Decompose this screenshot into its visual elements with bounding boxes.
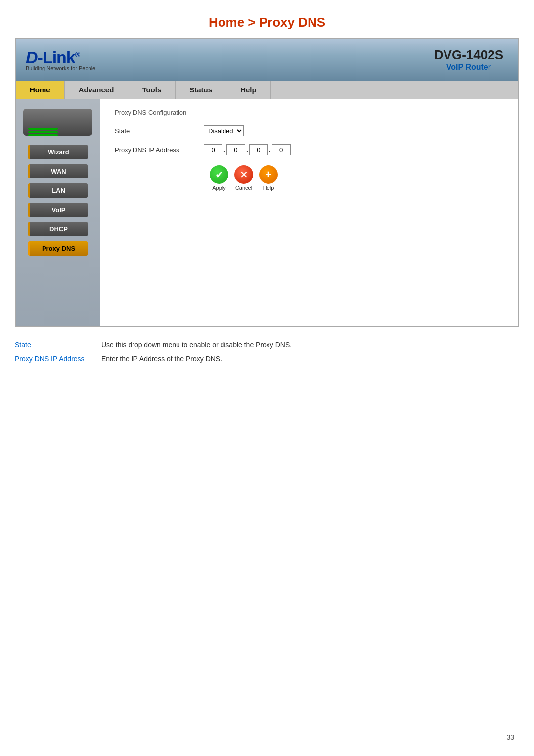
ip-octet-1[interactable] [204, 144, 222, 155]
ip-row: Proxy DNS IP Address . . . [115, 144, 503, 155]
help-label: Help [263, 185, 274, 191]
ip-label: Proxy DNS IP Address [115, 146, 204, 154]
ip-dot-2: . [246, 146, 248, 154]
nav-bar: Home Advanced Tools Status Help [16, 81, 518, 99]
help-section: State Use this drop down menu to enable … [15, 340, 519, 364]
help-term-state: State [15, 340, 101, 350]
ip-octet-2[interactable] [226, 144, 245, 155]
ip-octet-4[interactable] [272, 144, 291, 155]
content-area: Proxy DNS Configuration State Disabled E… [100, 99, 518, 326]
ip-octet-3[interactable] [249, 144, 268, 155]
page-number: 33 [506, 733, 514, 741]
router-panel: D-Link® Building Networks for People DVG… [15, 38, 519, 327]
help-desc-state: Use this drop down menu to enable or dis… [101, 340, 292, 350]
device-image [23, 109, 92, 136]
help-term-ip: Proxy DNS IP Address [15, 354, 101, 364]
panel-body: Wizard WAN LAN VoIP DHCP Proxy DNS Proxy… [16, 99, 518, 326]
cancel-icon: ✕ [240, 169, 248, 180]
nav-tools[interactable]: Tools [128, 81, 176, 99]
nav-advanced[interactable]: Advanced [65, 81, 129, 99]
state-select[interactable]: Disabled Enabled [204, 125, 244, 136]
help-icon: + [266, 168, 272, 181]
nav-status[interactable]: Status [176, 81, 226, 99]
state-row: State Disabled Enabled [115, 125, 503, 136]
cancel-group: ✕ Cancel [234, 165, 253, 191]
logo-tagline: Building Networks for People [26, 65, 95, 71]
help-group: + Help [259, 165, 278, 191]
sidebar-btn-proxydns[interactable]: Proxy DNS [28, 241, 88, 256]
ip-dot-1: . [223, 146, 225, 154]
device-info: DVG-1402S VoIP Router [434, 47, 503, 72]
ip-input: . . . [204, 144, 291, 155]
state-control: Disabled Enabled [204, 125, 244, 136]
page-title: Home > Proxy DNS [0, 0, 534, 38]
section-title: Proxy DNS Configuration [115, 109, 503, 116]
logo-text: D-Link® [26, 48, 95, 67]
apply-button[interactable]: ✔ [210, 165, 228, 184]
ip-dot-3: . [269, 146, 271, 154]
state-label: State [115, 127, 204, 134]
device-model: DVG-1402S [434, 47, 503, 63]
apply-label: Apply [212, 185, 226, 191]
dlink-logo: D-Link® Building Networks for People [26, 48, 95, 71]
nav-home[interactable]: Home [16, 81, 65, 99]
sidebar-btn-wizard[interactable]: Wizard [28, 145, 88, 159]
sidebar-btn-voip[interactable]: VoIP [28, 203, 88, 217]
help-row-state: State Use this drop down menu to enable … [15, 340, 519, 350]
sidebar-btn-lan[interactable]: LAN [28, 183, 88, 198]
apply-group: ✔ Apply [210, 165, 228, 191]
sidebar-btn-wan[interactable]: WAN [28, 164, 88, 178]
cancel-label: Cancel [235, 185, 252, 191]
cancel-button[interactable]: ✕ [234, 165, 253, 184]
sidebar: Wizard WAN LAN VoIP DHCP Proxy DNS [16, 99, 100, 326]
device-type: VoIP Router [434, 63, 503, 72]
help-button[interactable]: + [259, 165, 278, 184]
help-row-ip: Proxy DNS IP Address Enter the IP Addres… [15, 354, 519, 364]
help-desc-ip: Enter the IP Address of the Proxy DNS. [101, 354, 222, 364]
nav-help[interactable]: Help [226, 81, 271, 99]
panel-header: D-Link® Building Networks for People DVG… [16, 39, 518, 81]
apply-icon: ✔ [215, 169, 223, 180]
sidebar-btn-dhcp[interactable]: DHCP [28, 222, 88, 236]
action-row: ✔ Apply ✕ Cancel + Help [115, 165, 503, 191]
